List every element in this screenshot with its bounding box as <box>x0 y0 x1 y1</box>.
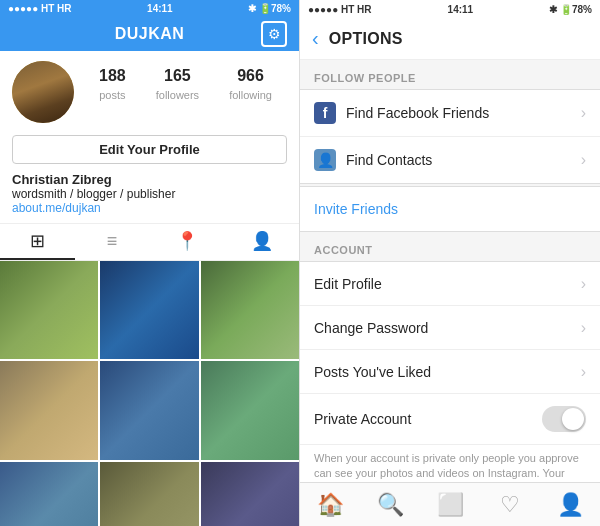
chevron-icon: › <box>581 104 586 122</box>
photo-6[interactable] <box>201 361 299 459</box>
private-account-toggle[interactable] <box>542 406 586 432</box>
chevron-icon-4: › <box>581 319 586 337</box>
chevron-icon-5: › <box>581 363 586 381</box>
settings-gear-icon[interactable]: ⚙ <box>261 21 287 47</box>
photo-9[interactable] <box>201 462 299 526</box>
invite-friends-label: Invite Friends <box>314 201 586 217</box>
option-invite-friends[interactable]: Invite Friends <box>300 187 600 231</box>
status-bar-left: ●●●●● HT HR 14:11 ✱ 🔋78% <box>0 0 299 17</box>
find-contacts-label: Find Contacts <box>346 152 581 168</box>
time-left: 14:11 <box>147 3 173 14</box>
followers-count: 165 <box>156 67 199 85</box>
account-group: Edit Profile › Change Password › Posts Y… <box>300 261 600 482</box>
chevron-icon-2: › <box>581 151 586 169</box>
posts-label: posts <box>99 89 125 101</box>
right-panel: ●●●●● HT HR 14:11 ✱ 🔋78% ‹ OPTIONS FOLLO… <box>300 0 600 526</box>
facebook-friends-label: Find Facebook Friends <box>346 105 581 121</box>
option-change-password[interactable]: Change Password › <box>300 306 600 350</box>
toggle-knob <box>562 408 584 430</box>
photo-4[interactable] <box>0 361 98 459</box>
chevron-icon-3: › <box>581 275 586 293</box>
photo-7[interactable] <box>0 462 98 526</box>
bio-name: Christian Zibreg <box>12 172 287 187</box>
section-follow-people: FOLLOW PEOPLE <box>300 60 600 89</box>
bio-section: Christian Zibreg wordsmith / blogger / p… <box>0 172 299 223</box>
nav-profile-icon-right[interactable]: 👤 <box>548 483 592 527</box>
tab-tagged[interactable]: 👤 <box>224 224 299 260</box>
carrier-left: ●●●●● HT HR <box>8 3 72 14</box>
option-find-contacts[interactable]: 👤 Find Contacts › <box>300 137 600 183</box>
photo-8[interactable] <box>100 462 198 526</box>
photo-1[interactable] <box>0 261 98 359</box>
bottom-nav-right: 🏠 🔍 ⬜ ♡ 👤 <box>300 482 600 526</box>
following-count: 966 <box>229 67 272 85</box>
options-list: FOLLOW PEOPLE f Find Facebook Friends › … <box>300 60 600 482</box>
left-panel: ●●●●● HT HR 14:11 ✱ 🔋78% DUJKAN ⚙ 188 po… <box>0 0 300 526</box>
facebook-icon: f <box>314 102 336 124</box>
edit-profile-label: Edit Profile <box>314 276 581 292</box>
nav-heart-icon-right[interactable]: ♡ <box>488 483 532 527</box>
back-arrow-icon[interactable]: ‹ <box>312 27 319 50</box>
private-account-description: When your account is private only people… <box>300 445 600 482</box>
time-right: 14:11 <box>448 4 474 15</box>
follow-people-group: f Find Facebook Friends › 👤 Find Contact… <box>300 89 600 184</box>
carrier-right: ●●●●● HT HR <box>308 4 372 15</box>
status-bar-right: ●●●●● HT HR 14:11 ✱ 🔋78% <box>300 0 600 18</box>
bio-desc: wordsmith / blogger / publisher <box>12 187 287 201</box>
option-edit-profile[interactable]: Edit Profile › <box>300 262 600 306</box>
tab-list[interactable]: ≡ <box>75 224 150 260</box>
tab-location[interactable]: 📍 <box>150 224 225 260</box>
header-right: ‹ OPTIONS <box>300 18 600 60</box>
options-title: OPTIONS <box>329 30 403 48</box>
stat-posts: 188 posts <box>99 67 126 103</box>
photo-3[interactable] <box>201 261 299 359</box>
edit-profile-button[interactable]: Edit Your Profile <box>12 135 287 164</box>
photo-grid <box>0 261 299 526</box>
private-account-label: Private Account <box>314 411 542 427</box>
invite-group: Invite Friends <box>300 186 600 232</box>
battery-left: ✱ 🔋78% <box>248 3 291 14</box>
bio-link[interactable]: about.me/dujkan <box>12 201 287 215</box>
nav-tabs: ⊞ ≡ 📍 👤 <box>0 223 299 261</box>
stat-following: 966 following <box>229 67 272 103</box>
option-facebook-friends[interactable]: f Find Facebook Friends › <box>300 90 600 137</box>
nav-camera-icon-right[interactable]: ⬜ <box>428 483 472 527</box>
tab-grid[interactable]: ⊞ <box>0 224 75 260</box>
nav-home-icon-right[interactable]: 🏠 <box>308 483 352 527</box>
option-private-account[interactable]: Private Account <box>300 394 600 445</box>
posts-count: 188 <box>99 67 126 85</box>
photo-2[interactable] <box>100 261 198 359</box>
option-posts-liked[interactable]: Posts You've Liked › <box>300 350 600 394</box>
avatar <box>12 61 74 123</box>
header-left: DUJKAN ⚙ <box>0 17 299 51</box>
photo-5[interactable] <box>100 361 198 459</box>
stats-row: 188 posts 165 followers 966 following <box>84 61 287 103</box>
contacts-icon: 👤 <box>314 149 336 171</box>
battery-right: ✱ 🔋78% <box>549 4 592 15</box>
profile-section: 188 posts 165 followers 966 following <box>0 51 299 133</box>
followers-label: followers <box>156 89 199 101</box>
section-account: ACCOUNT <box>300 232 600 261</box>
following-label: following <box>229 89 272 101</box>
profile-username: DUJKAN <box>115 25 185 43</box>
nav-search-icon-right[interactable]: 🔍 <box>368 483 412 527</box>
stat-followers: 165 followers <box>156 67 199 103</box>
change-password-label: Change Password <box>314 320 581 336</box>
posts-liked-label: Posts You've Liked <box>314 364 581 380</box>
